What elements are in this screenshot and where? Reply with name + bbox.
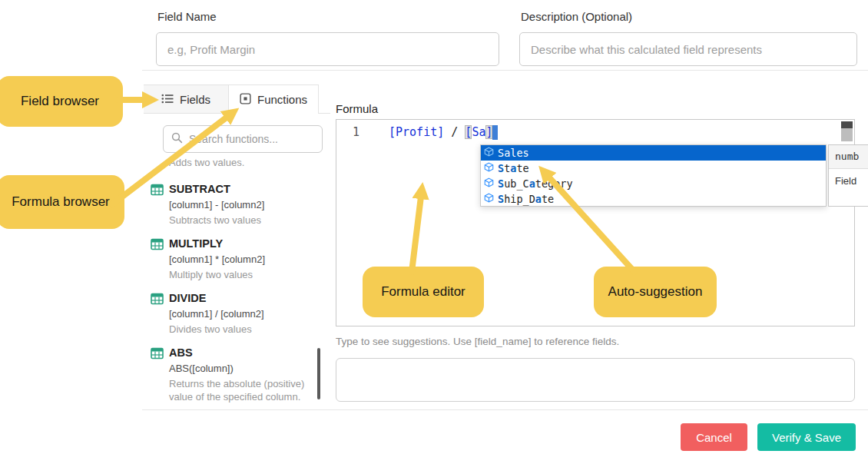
formula-label: Formula [336,102,378,115]
cancel-button[interactable]: Cancel [681,423,747,451]
suggestion-label: State [498,162,529,174]
function-name: SUBTRACT [169,183,313,195]
text-cursor [492,125,498,140]
editor-scrollbar-thumb[interactable] [841,121,853,128]
field-cube-icon [483,146,495,160]
function-description: Returns the absolute (positive) value of… [169,377,323,403]
table-icon [151,293,164,308]
list-icon [161,93,174,106]
tab-functions-label: Functions [257,93,307,106]
tabbar-filler [319,85,330,114]
description-label: Description (Optional) [521,10,632,23]
annotation-formula-browser: Formula browser [0,175,124,229]
function-name: ABS [169,346,313,359]
clipped-function-description: Adds two values. [169,157,244,168]
editor-scrollbar-track[interactable] [841,128,853,141]
field-cube-icon [483,192,495,206]
field-name-label: Field Name [157,10,217,23]
tab-functions[interactable]: Functions [228,85,319,114]
field-cube-icon [483,161,495,175]
annotation-formula-editor: Formula editor [363,267,484,317]
description-input[interactable] [519,32,857,66]
empty-message-box [336,358,855,402]
code-close-bracket: ] [485,125,492,139]
search-functions-box [163,125,323,153]
function-description: Subtracts two values [169,214,323,227]
code-line: 1 [Profit] / [Sa] [336,124,498,140]
code-open-bracket: [ [465,125,472,139]
code-token-profit: [Profit] [389,125,444,139]
formula-code: [Profit] / [Sa] [389,125,498,140]
function-signature: [column1] - [column2] [169,199,313,210]
suggestion-state[interactable]: State [481,161,826,176]
header-divider [142,70,868,71]
table-icon [151,184,164,199]
browser-tabbar: Fields Functions [144,85,330,114]
tab-fields-label: Fields [180,93,210,106]
function-item-abs[interactable]: ABS ABS([column]) Returns the absolute (… [151,346,313,403]
table-icon [151,238,164,254]
function-item-subtract[interactable]: SUBTRACT [column1] - [column2] Subtracts… [151,183,313,227]
field-cube-icon [483,177,495,191]
functions-icon [240,93,251,107]
suggestion-sales[interactable]: Sales [481,145,826,161]
function-item-multiply[interactable]: MULTIPLY [column1] * [column2] Multiply … [151,237,313,281]
function-description: Multiply two values [169,268,323,281]
search-functions-input[interactable] [189,133,314,145]
function-name: MULTIPLY [169,237,313,250]
line-number: 1 [336,125,364,139]
function-list-scrollbar[interactable] [317,348,320,399]
formula-hint-text: Type to see suggestions. Use [field_name… [336,336,619,347]
function-signature: ABS([column]) [169,363,313,374]
code-token-typed: Sa [472,125,485,139]
search-icon [171,132,183,147]
verify-save-button[interactable]: Verify & Save [757,423,856,451]
suggestion-sub-category[interactable]: Sub_Category [481,176,826,191]
suggestion-detail-pane: numb Field [828,144,868,207]
function-description: Divides two values [169,323,323,336]
annotation-field-browser: Field browser [0,76,123,127]
suggestion-type-text: numb [829,145,868,169]
calculated-field-dialog: Field Name Description (Optional) Fields [0,0,868,454]
footer-divider [142,409,868,410]
suggestion-ship-date[interactable]: Ship_Date [481,191,826,207]
tab-fields[interactable]: Fields [144,85,228,114]
suggestion-label: Ship_Date [498,193,554,205]
table-icon [151,347,164,363]
annotation-auto-suggestion: Auto-suggestion [594,267,717,317]
suggestion-doc-text: Field [829,169,868,187]
field-name-input[interactable] [156,32,499,66]
suggestion-label: Sub_Category [498,177,573,190]
autocomplete-dropdown: Sales State Sub_Category [480,144,827,207]
function-name: DIVIDE [169,292,313,304]
function-signature: [column1] * [column2] [169,254,313,265]
function-item-divide[interactable]: DIVIDE [column1] / [column2] Divides two… [151,292,313,336]
function-signature: [column1] / [column2] [169,308,313,320]
suggestion-label: Sales [498,147,529,159]
code-token-operator: / [444,125,465,139]
field-function-browser-panel: Fields Functions [144,85,330,409]
